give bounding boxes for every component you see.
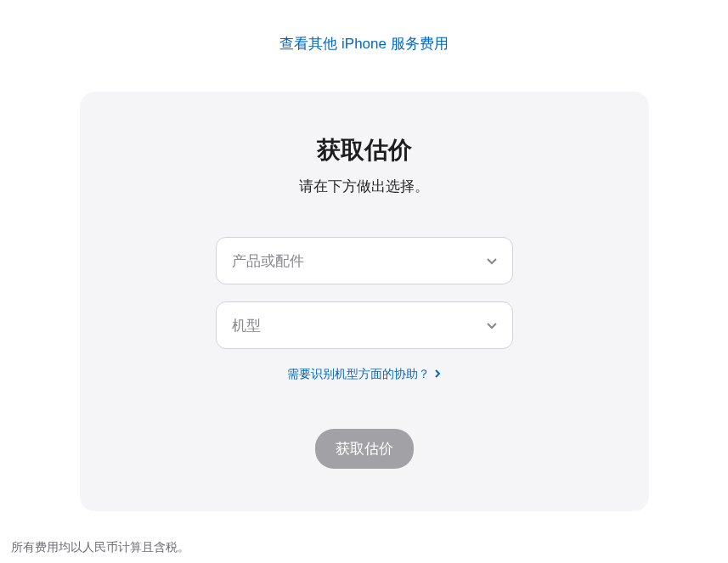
product-select-wrapper: 产品或配件 [216,237,513,284]
chevron-right-icon [434,367,441,374]
card-subtitle: 请在下方做出选择。 [114,177,615,196]
identify-model-help-link[interactable]: 需要识别机型方面的协助？ [287,367,442,380]
model-select-placeholder: 机型 [232,316,261,335]
card-title: 获取估价 [114,134,615,166]
view-other-services-link[interactable]: 查看其他 iPhone 服务费用 [279,36,448,52]
help-link-container: 需要识别机型方面的协助？ [114,366,615,382]
footer-line-1: 所有费用均以人民币计算且含税。 [11,537,717,558]
model-select[interactable]: 机型 [216,301,513,349]
get-estimate-button[interactable]: 获取估价 [315,429,414,469]
product-select-placeholder: 产品或配件 [232,251,304,271]
model-select-wrapper: 机型 [216,301,513,349]
help-link-label: 需要识别机型方面的协助？ [287,367,430,380]
product-select[interactable]: 产品或配件 [216,237,513,284]
estimate-card: 获取估价 请在下方做出选择。 产品或配件 机型 需要识别机型方面的协助？ [80,92,649,511]
footer-text: 所有费用均以人民币计算且含税。 截至 2023 年 2 月底, 保外电池服务的费… [8,537,720,563]
top-link-container: 查看其他 iPhone 服务费用 [8,34,720,53]
